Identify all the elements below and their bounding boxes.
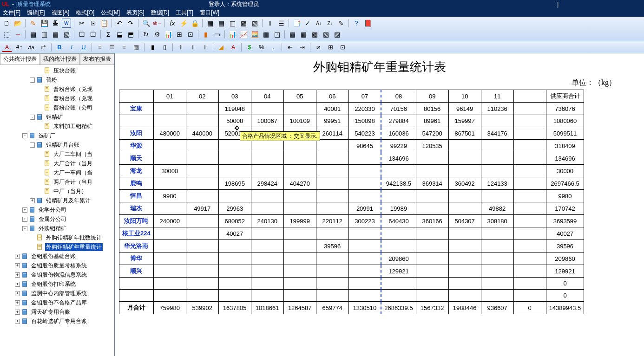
cell[interactable] [416,265,448,278]
cell[interactable]: 2686339.5 [381,302,416,314]
tree-label[interactable]: 钼精矿 [45,113,64,121]
cell[interactable] [316,265,348,278]
cell[interactable] [186,190,218,202]
chart1-icon[interactable]: 📊 [228,30,237,39]
r2-17-icon[interactable]: ▭ [212,30,222,39]
cell[interactable] [448,265,481,278]
bold-icon[interactable]: B [54,43,65,52]
cell[interactable] [186,165,218,177]
cell[interactable] [218,278,251,290]
cell[interactable]: 100109 [283,115,316,127]
col-header[interactable]: 08 [381,90,416,103]
cell[interactable]: 98645 [348,140,381,152]
word-icon[interactable]: W [62,19,71,28]
cell[interactable]: 39596 [316,240,348,252]
cell[interactable]: 5099511 [546,127,584,140]
chart3-icon[interactable]: 🧮 [250,30,259,39]
tree-node[interactable]: +钼精矿月及年累计 [0,196,114,205]
cell[interactable] [416,240,448,252]
cell[interactable] [251,190,283,202]
cell[interactable] [481,290,513,302]
cell[interactable] [251,202,283,215]
tree-label[interactable]: 两厂合计（当月 [53,178,93,186]
row-header[interactable]: 宝康 [119,103,154,115]
cell[interactable]: 942138.5 [381,177,416,190]
row-header[interactable]: 恒昌 [119,190,154,202]
calc-icon[interactable]: ⚡ [179,19,188,28]
cell[interactable]: 936607 [481,302,513,314]
cell[interactable]: 160036 [381,127,416,140]
cell[interactable]: 159997 [448,115,481,127]
cell[interactable]: 360166 [416,215,448,227]
col-header[interactable]: 09 [416,90,448,103]
chart4-icon[interactable]: ▥ [261,30,270,39]
cell[interactable]: 209860 [546,252,584,265]
cell[interactable] [283,103,316,115]
col-header[interactable]: 05 [283,90,316,103]
tree-label[interactable]: 监测中心内部管理系统 [30,290,88,298]
cell[interactable] [316,290,348,302]
grid3-icon[interactable]: ▥ [228,19,237,28]
barcode3-icon[interactable]: ⦀ [200,43,210,52]
cell[interactable] [416,202,448,215]
grid2-icon[interactable]: ▤ [217,19,226,28]
border-icon[interactable]: ⊞ [325,43,335,52]
cell[interactable]: 0 [513,302,546,314]
cell[interactable] [513,190,546,202]
cell[interactable]: 80156 [416,103,448,115]
menu-page[interactable]: 表页[S] [126,9,145,17]
cell[interactable]: 209860 [381,252,416,265]
cell[interactable]: 1018661 [251,302,283,314]
menu-window[interactable]: 窗口[W] [200,9,219,17]
cell[interactable] [186,252,218,265]
cell[interactable] [316,278,348,290]
cell[interactable] [448,202,481,215]
cell[interactable] [316,202,348,215]
tree-node[interactable]: 来料加工钼精矿 [0,122,114,131]
cell[interactable] [481,140,513,152]
r2-3-icon[interactable]: ▤ [28,30,38,39]
fx-icon[interactable]: fx [168,19,177,28]
cell[interactable] [153,152,186,165]
cell[interactable] [348,278,381,290]
cell[interactable] [251,152,283,165]
tree-node[interactable]: +金钼股份不合格产品库 [0,298,114,307]
cell[interactable] [481,265,513,278]
cell[interactable] [186,115,218,127]
tree-node[interactable]: +露天矿专用台账 [0,307,114,317]
font-color-icon[interactable]: A [2,43,12,52]
grid5-icon[interactable]: ▧ [250,19,259,28]
cell[interactable]: 539902 [186,302,218,314]
cell[interactable] [381,190,416,202]
menu-tool[interactable]: 工具[T] [176,9,193,17]
col-header[interactable]: 04 [251,90,283,103]
cell[interactable]: 240000 [153,215,186,227]
tree-node[interactable]: 两厂合计（当月 [0,177,114,187]
cell[interactable] [348,165,381,177]
cell[interactable] [348,252,381,265]
expander-icon[interactable]: - [30,142,35,148]
expander-icon[interactable]: + [15,282,20,287]
cell[interactable] [448,252,481,265]
cell[interactable] [186,215,218,227]
sum-icon[interactable]: Σ [104,30,113,39]
cell[interactable]: 49882 [481,202,513,215]
italic-icon[interactable]: I [66,43,77,52]
help-icon[interactable]: ? [352,19,361,28]
col-header[interactable] [513,90,546,103]
cell[interactable] [218,165,251,177]
cell[interactable] [186,227,218,240]
tree-node[interactable]: -钼精矿月台账 [0,140,114,149]
col-header[interactable]: 01 [153,90,186,103]
merge-icon[interactable]: ⊡ [337,43,348,52]
tree-node[interactable]: -外购钼精矿 [0,224,114,233]
cell[interactable] [513,290,546,302]
font-size-grow-icon[interactable]: A↑ [14,43,24,52]
cell[interactable] [481,278,513,290]
r2-1-icon[interactable]: ⬚ [2,30,11,39]
tree-label[interactable]: 金钼股份不合格产品库 [30,299,88,307]
redo-icon[interactable]: ↷ [126,19,135,28]
menu-formula[interactable]: 公式[M] [101,9,120,17]
underline-icon[interactable]: U [79,43,89,52]
cell[interactable]: 150098 [348,115,381,127]
